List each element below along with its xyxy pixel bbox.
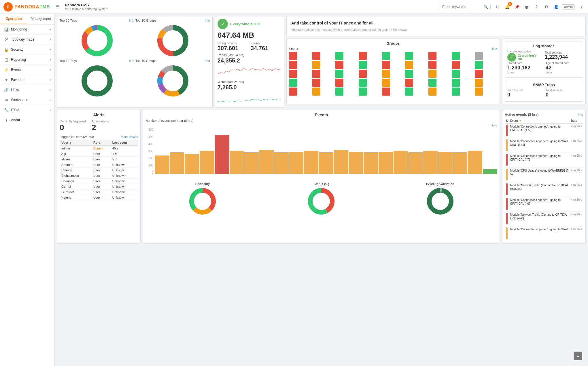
group-cell — [382, 79, 390, 87]
user-icon[interactable]: 👤 — [552, 3, 560, 11]
users-title: Logged in users (24 hrs) — [60, 135, 94, 139]
writes-section: Writes (last 24 hrs) 7,265.0 — [218, 80, 281, 105]
logo-icon: P — [3, 2, 13, 12]
log-status-label-cell: Log storage status ✓ Everything's OK! — [507, 50, 543, 62]
criticality-donut: Criticality — [188, 182, 217, 216]
user-cell: admin — [60, 146, 92, 151]
chevron-down-icon: ▾ — [50, 109, 51, 112]
event-text-cell: Module 'Network Traffic (Inn...ng to CRI… — [509, 182, 570, 197]
scroll-top-button[interactable]: ▲ — [574, 352, 582, 360]
active-label: Active alerts — [92, 120, 109, 123]
lastseen-cell: Unknown — [111, 184, 138, 189]
group-cell — [452, 61, 460, 69]
event-time-cell: 4 m 26 s — [570, 168, 583, 182]
event-description: Module 'Connections opened'...going to C… — [510, 125, 561, 132]
sidebar-item-monitoring[interactable]: 📊 Monitoring ▾ — [0, 24, 54, 35]
sidebar-item-reporting[interactable]: 📋 Reporting ▾ — [0, 55, 54, 65]
event-description: Module 'Network Traffic (Ou...ng to CRIT… — [510, 213, 567, 220]
group-cell — [475, 88, 483, 96]
group-cell — [452, 88, 460, 96]
event-text-cell: Module 'Connections opened'...going to W… — [509, 226, 570, 241]
log-status-row: Log storage status ✓ Everything's OK! To… — [507, 50, 581, 62]
sidebar-item-events[interactable]: ⚡ Events ▾ — [0, 65, 54, 75]
bar — [244, 152, 259, 174]
alerts-stats: Currently triggered 0 Active alerts 2 — [60, 120, 138, 132]
reporting-icon: 📋 — [4, 57, 9, 62]
grid-icon[interactable]: ▦ — [523, 3, 530, 11]
donuts-grid: Top-10 Tags Info — [60, 19, 210, 98]
sidebar-item-security[interactable]: 🔒 Security ▾ — [0, 45, 54, 55]
bar — [289, 152, 304, 174]
sidebar-item-workspace[interactable]: 🖥 Workspace ▾ — [0, 95, 54, 105]
donut-tags-info[interactable]: Info — [129, 19, 134, 22]
severity-cell — [505, 197, 509, 212]
events-info-link[interactable]: Info — [492, 124, 497, 127]
logout-icon[interactable]: ⇥ — [577, 3, 585, 11]
donut-groups2-info[interactable]: Info — [205, 59, 210, 62]
status-donut: Status (%) — [307, 182, 336, 216]
active-events-title: Active events (8 hrs) — [505, 113, 538, 117]
col-user[interactable]: User — [60, 140, 92, 146]
donut-tags2-info[interactable]: Info — [129, 59, 134, 62]
sidebar-item-about[interactable]: ℹ About — [0, 115, 54, 125]
settings-icon[interactable]: ⚙ — [542, 3, 550, 11]
more-details-link[interactable]: More details — [121, 135, 138, 139]
bar — [423, 151, 438, 174]
col-s: S — [505, 118, 509, 124]
lastseen-cell: Unknown — [111, 168, 138, 173]
list-item: Module 'Connections opened'...going to W… — [505, 138, 583, 153]
events-value: 34,761 — [251, 45, 281, 52]
bar — [230, 151, 244, 174]
group-cell — [452, 70, 460, 78]
sidebar-item-itsm[interactable]: 🔧 ITSM ▾ — [0, 105, 54, 115]
groups-title: Groups — [289, 41, 497, 45]
app-subtitle: the Flexible Monitoring System — [65, 7, 437, 11]
severity-indicator — [506, 198, 508, 210]
active-events-info-link[interactable]: Info — [578, 113, 583, 116]
stats-section: ✓ Everything's OK! 647.64 MB String reco… — [215, 16, 284, 108]
help-icon[interactable]: ? — [533, 3, 540, 11]
refresh-icon[interactable]: ↻ — [494, 3, 501, 11]
events-table: S Event ▼ Date Module 'Connections opene… — [505, 118, 583, 241]
log-ok-label: Everything's OK! — [518, 54, 543, 61]
sidebar-item-links[interactable]: 🔗 Links ▾ — [0, 85, 54, 95]
stored-data-value: 1,230,162 — [507, 65, 542, 71]
hamburger-icon[interactable]: ☰ — [56, 4, 60, 10]
sidebar-item-favorite[interactable]: ★ Favorite ▾ — [0, 75, 54, 85]
group-cell — [335, 70, 343, 78]
logo[interactable]: P PANDORAFMS — [3, 2, 50, 12]
groups-status-header: Status Info — [289, 47, 497, 51]
user-cell: alvaro — [60, 157, 92, 162]
pin-icon[interactable]: 📌 — [513, 3, 521, 11]
tab-management[interactable]: Management — [27, 14, 55, 24]
events-donuts: Criticality Status (%) — [145, 182, 497, 216]
lastseen-cell: 1 M — [111, 151, 138, 157]
sidebar-item-topology[interactable]: 🗺 Topology maps ▾ — [0, 35, 54, 45]
group-cell — [359, 70, 367, 78]
donut-groups1-chart — [156, 23, 190, 58]
donut-groups2: Top-10 Groups Info — [135, 59, 210, 98]
search-icon[interactable]: 🔍 — [484, 5, 488, 9]
admin-label[interactable]: admin — [562, 4, 575, 10]
table-row: Artemio User Unknown — [60, 162, 138, 168]
active-stat: Active alerts 2 — [92, 120, 109, 132]
col-lastseen[interactable]: Last seen — [111, 140, 138, 146]
donut-groups1-info[interactable]: Info — [205, 19, 210, 22]
log-storage-title: Log storage — [507, 44, 581, 48]
events-header: Events — [145, 113, 497, 117]
event-text-cell: Module 'Connections opened'...going to C… — [509, 153, 570, 168]
tab-operation[interactable]: Operation — [0, 14, 27, 24]
search-input[interactable] — [442, 5, 483, 9]
severity-indicator — [506, 227, 508, 239]
triggered-value: 0 — [60, 123, 86, 132]
log-data-row: Stored data 1,230,162 Lines Age of store… — [507, 62, 581, 74]
snmp-total-sources-cell: Total sources 0 — [546, 89, 581, 98]
sidebar-item-label: Workspace — [11, 98, 28, 102]
groups-info-link[interactable]: Info — [492, 47, 497, 51]
notification-icon[interactable]: 🔔 0 — [503, 3, 511, 11]
group-cell — [335, 79, 343, 87]
group-cell — [335, 88, 343, 96]
col-role[interactable]: Role — [92, 140, 111, 146]
severity-cell — [505, 138, 509, 153]
table-row: Gurpreet User Unknown — [60, 189, 138, 195]
